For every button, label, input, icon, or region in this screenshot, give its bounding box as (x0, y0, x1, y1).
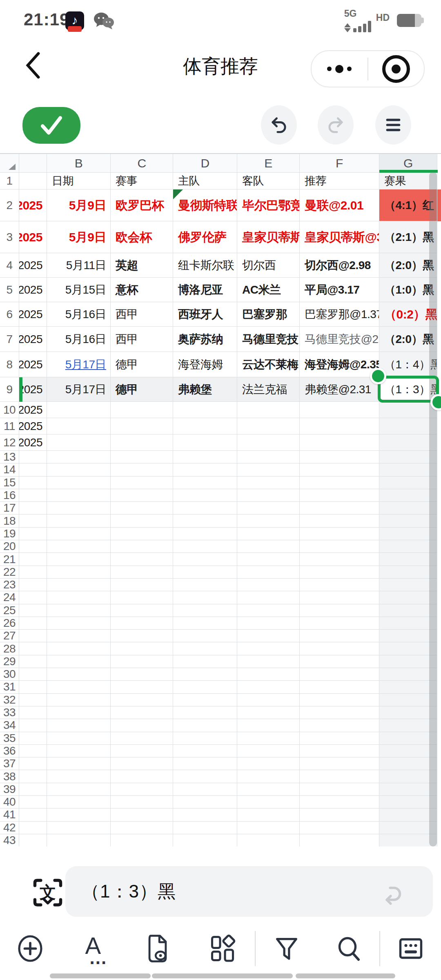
cell-A19[interactable] (19, 528, 47, 540)
cell-G43[interactable] (379, 834, 437, 847)
cell-F3[interactable]: 皇家贝蒂斯@3.13 (300, 221, 379, 253)
cell-B21[interactable] (47, 553, 111, 566)
cell-B38[interactable] (47, 770, 111, 783)
cell-B43[interactable] (47, 834, 111, 847)
cell-B32[interactable] (47, 694, 111, 706)
cell-A20[interactable] (19, 540, 47, 553)
cell-A39[interactable] (19, 783, 47, 796)
cell-E42[interactable] (237, 822, 300, 834)
cell-F10[interactable] (300, 402, 379, 418)
cell-C35[interactable] (111, 732, 173, 745)
cell-A36[interactable] (19, 745, 47, 757)
cell-B36[interactable] (47, 745, 111, 757)
cell-E30[interactable] (237, 668, 300, 681)
row-number-26[interactable]: 26 (0, 617, 19, 630)
confirm-button[interactable] (22, 107, 80, 144)
cell-A6[interactable]: 2025 (19, 302, 47, 327)
cell-A25[interactable] (19, 604, 47, 617)
cell-F37[interactable] (300, 757, 379, 770)
cell-A13[interactable] (19, 451, 47, 463)
cell-E18[interactable] (237, 514, 300, 527)
cell-G18[interactable] (379, 514, 437, 527)
cell-B4[interactable]: 5月11日 (47, 253, 111, 278)
cell-D26[interactable] (173, 617, 237, 630)
row-number-19[interactable]: 19 (0, 528, 19, 540)
cell-C8[interactable]: 德甲 (111, 352, 173, 377)
cell-C14[interactable] (111, 463, 173, 476)
cell-C12[interactable] (111, 434, 173, 451)
cell-E37[interactable] (237, 757, 300, 770)
cell-B10[interactable] (47, 402, 111, 418)
cell-E6[interactable]: 巴塞罗那 (237, 302, 300, 327)
cell-D24[interactable] (173, 591, 237, 604)
doc-view-button[interactable] (125, 924, 190, 973)
cell-F41[interactable] (300, 808, 379, 821)
cell-A8[interactable]: 2025 (19, 352, 47, 377)
cell-B25[interactable] (47, 604, 111, 617)
cell-G23[interactable] (379, 579, 437, 591)
cell-F36[interactable] (300, 745, 379, 757)
cell-D6[interactable]: 西班牙人 (173, 302, 237, 327)
cell-C16[interactable] (111, 489, 173, 502)
cell-C31[interactable] (111, 681, 173, 693)
cell-B6[interactable]: 5月16日 (47, 302, 111, 327)
cell-F13[interactable] (300, 451, 379, 463)
cell-C28[interactable] (111, 642, 173, 655)
row-number-34[interactable]: 34 (0, 719, 19, 732)
cell-A10[interactable]: 2025 (19, 402, 47, 418)
cell-A5[interactable]: 2025 (19, 278, 47, 302)
cell-E19[interactable] (237, 528, 300, 540)
cell-G38[interactable] (379, 770, 437, 783)
cell-A11[interactable]: 2025 (19, 418, 47, 434)
row-number-29[interactable]: 29 (0, 655, 19, 668)
row-number-2[interactable]: 2 (0, 189, 19, 221)
cell-D42[interactable] (173, 822, 237, 834)
cell-F26[interactable] (300, 617, 379, 630)
row-number-37[interactable]: 37 (0, 757, 19, 770)
row-number-41[interactable]: 41 (0, 808, 19, 821)
cell-G31[interactable] (379, 681, 437, 693)
cell-B19[interactable] (47, 528, 111, 540)
cell-C6[interactable]: 西甲 (111, 302, 173, 327)
cell-D15[interactable] (173, 477, 237, 489)
cell-D28[interactable] (173, 642, 237, 655)
cell-C36[interactable] (111, 745, 173, 757)
cell-D20[interactable] (173, 540, 237, 553)
cell-G17[interactable] (379, 502, 437, 514)
cell-E5[interactable]: AC米兰 (237, 278, 300, 302)
cell-G25[interactable] (379, 604, 437, 617)
cell-A16[interactable] (19, 489, 47, 502)
column-header-A[interactable] (19, 154, 47, 173)
search-button[interactable] (318, 924, 380, 973)
row-number-13[interactable]: 13 (0, 451, 19, 463)
cell-E8[interactable]: 云达不莱梅 (237, 352, 300, 377)
row-number-15[interactable]: 15 (0, 477, 19, 489)
cell-F22[interactable] (300, 566, 379, 579)
cell-C1[interactable]: 赛事 (111, 173, 173, 189)
cell-G8[interactable]: （1：4）黑 (379, 352, 437, 377)
cell-G36[interactable] (379, 745, 437, 757)
cell-C23[interactable] (111, 579, 173, 591)
redo-button[interactable] (318, 105, 354, 145)
undo-button[interactable] (261, 105, 297, 145)
cell-F1[interactable]: 推荐 (300, 173, 379, 189)
cell-E26[interactable] (237, 617, 300, 630)
row-number-14[interactable]: 14 (0, 463, 19, 476)
cell-A15[interactable] (19, 477, 47, 489)
row-number-17[interactable]: 17 (0, 502, 19, 514)
cell-D9[interactable]: 弗赖堡 (173, 377, 237, 402)
cell-B5[interactable]: 5月15日 (47, 278, 111, 302)
row-number-24[interactable]: 24 (0, 591, 19, 604)
row-number-18[interactable]: 18 (0, 514, 19, 527)
cell-D3[interactable]: 佛罗伦萨 (173, 221, 237, 253)
cell-E21[interactable] (237, 553, 300, 566)
cell-B9[interactable]: 5月17日 (47, 377, 111, 402)
cell-A9[interactable]: 2025 (19, 377, 47, 402)
cell-C41[interactable] (111, 808, 173, 821)
cell-G2[interactable]: （4:1）红 (379, 189, 437, 221)
cell-B22[interactable] (47, 566, 111, 579)
cell-E4[interactable]: 切尔西 (237, 253, 300, 278)
cell-D4[interactable]: 纽卡斯尔联 (173, 253, 237, 278)
cell-E41[interactable] (237, 808, 300, 821)
cell-A35[interactable] (19, 732, 47, 745)
